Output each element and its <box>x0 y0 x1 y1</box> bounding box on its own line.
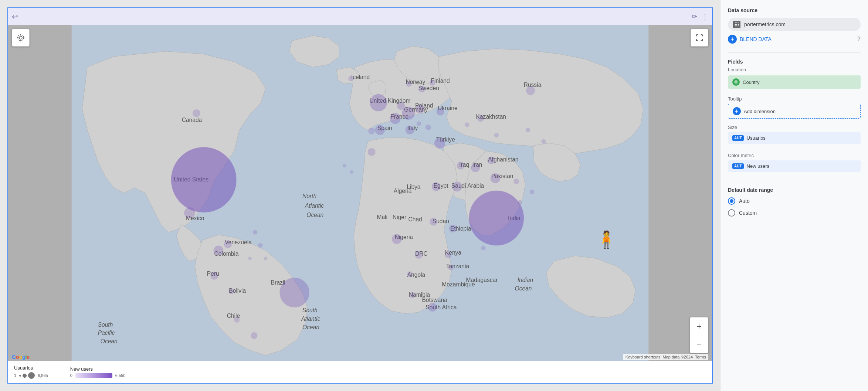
svg-point-125 <box>735 81 738 84</box>
new-users-legend-scale: 0 6,550 <box>70 373 126 378</box>
svg-point-86 <box>406 81 411 86</box>
country-field-label: Country <box>743 79 760 85</box>
svg-point-84 <box>526 86 535 95</box>
size-section: Size AUT Usuarios <box>728 125 861 144</box>
add-dimension-label: Add dimension <box>744 109 776 114</box>
svg-point-100 <box>488 157 495 164</box>
svg-point-60 <box>469 191 524 245</box>
map-fullscreen-button[interactable] <box>691 29 708 47</box>
svg-point-110 <box>465 123 469 127</box>
usuarios-dot-small <box>19 375 21 377</box>
terms-link[interactable]: Terms <box>695 355 706 359</box>
map-legend: Usuarios 1 6,865 New users 0 6,550 <box>8 361 712 383</box>
svg-point-99 <box>234 317 240 322</box>
data-source-row[interactable]: portermetrics.com <box>728 18 861 31</box>
svg-point-64 <box>390 113 400 123</box>
svg-point-71 <box>214 246 223 255</box>
custom-radio-option[interactable]: Custom <box>728 209 861 217</box>
svg-point-63 <box>402 107 415 119</box>
add-dimension-box[interactable]: + Add dimension <box>728 104 861 119</box>
svg-point-73 <box>224 241 232 248</box>
svg-point-90 <box>448 265 453 270</box>
usuarios-dot-medium <box>23 374 27 378</box>
svg-text:Ocean: Ocean <box>515 285 532 292</box>
svg-point-70 <box>184 208 195 218</box>
svg-text:Ocean: Ocean <box>302 324 319 330</box>
auto-radio-button[interactable] <box>728 197 735 205</box>
svg-point-77 <box>428 303 437 312</box>
svg-point-85 <box>419 86 425 92</box>
svg-point-97 <box>369 128 375 134</box>
svg-point-109 <box>417 122 421 126</box>
svg-point-93 <box>368 148 375 156</box>
undo-icon[interactable]: ↩ <box>12 12 18 21</box>
new-users-max: 6,550 <box>115 373 126 378</box>
size-field-chip[interactable]: AUT Usuarios <box>728 132 861 144</box>
globe-icon <box>732 78 740 86</box>
blend-data-plus-icon: + <box>728 35 737 44</box>
svg-point-82 <box>397 102 405 110</box>
map-svg-area: North Atlantic Ocean South Atlantic Ocea… <box>8 25 712 361</box>
svg-point-104 <box>264 257 267 260</box>
map-wrapper: ↩ ✏ ⋮ <box>7 7 713 384</box>
svg-point-108 <box>425 125 431 130</box>
svg-text:Ocean: Ocean <box>101 338 118 344</box>
color-metric-title: Color metric <box>728 153 861 158</box>
zoom-in-button[interactable]: + <box>690 317 708 335</box>
svg-text:Canada: Canada <box>182 117 202 123</box>
svg-point-101 <box>457 162 464 169</box>
fields-title: Fields <box>728 59 861 65</box>
keyboard-shortcuts-link[interactable]: Keyboard shortcuts <box>625 355 661 359</box>
color-metric-field-chip[interactable]: AUT New users <box>728 160 861 172</box>
new-users-min: 0 <box>70 373 72 378</box>
zoom-out-button[interactable]: − <box>690 335 708 353</box>
svg-text:North: North <box>302 193 316 199</box>
custom-radio-button[interactable] <box>728 209 735 217</box>
map-zoom-controls: + − <box>690 317 708 353</box>
country-field-chip[interactable]: Country <box>728 75 861 89</box>
help-icon[interactable]: ? <box>857 36 861 42</box>
data-source-icon <box>733 21 740 28</box>
more-options-icon[interactable]: ⋮ <box>702 13 708 21</box>
data-source-section: Data source portermetrics.com + BLEND DA… <box>728 7 861 44</box>
svg-text:Niger: Niger <box>393 214 406 220</box>
svg-text:Mali: Mali <box>377 214 387 220</box>
new-users-legend-title: New users <box>70 366 126 372</box>
map-locate-button[interactable] <box>12 29 30 47</box>
data-source-title: Data source <box>728 7 861 13</box>
google-logo: Google <box>12 354 30 360</box>
svg-point-78 <box>432 183 440 191</box>
svg-text:Pacific: Pacific <box>98 330 115 336</box>
svg-text:South: South <box>98 322 113 328</box>
auto-radio-option[interactable]: Auto <box>728 197 861 205</box>
svg-point-112 <box>526 128 530 132</box>
usuarios-legend: Usuarios 1 6,865 <box>14 365 48 379</box>
divider-1 <box>728 52 861 53</box>
svg-point-88 <box>349 76 354 81</box>
svg-point-67 <box>437 108 444 115</box>
svg-point-80 <box>491 174 500 183</box>
svg-point-94 <box>430 218 437 225</box>
svg-text:Atlantic: Atlantic <box>301 316 320 322</box>
custom-radio-label: Custom <box>739 210 757 216</box>
map-attribution: Keyboard shortcuts Map data ©2024 Terms <box>623 354 708 360</box>
blend-data-label: BLEND DATA <box>740 36 772 42</box>
svg-point-79 <box>452 182 462 191</box>
svg-point-66 <box>416 105 424 113</box>
location-subtitle: Location <box>728 67 861 72</box>
blend-data-row[interactable]: + BLEND DATA ? <box>728 35 861 44</box>
svg-point-105 <box>248 257 252 260</box>
right-panel: Data source portermetrics.com + BLEND DA… <box>720 0 868 391</box>
tooltip-title: Tooltip <box>728 96 861 102</box>
svg-point-103 <box>258 243 262 247</box>
svg-point-96 <box>478 115 484 122</box>
edit-icon[interactable]: ✏ <box>692 13 697 21</box>
svg-text:Indian: Indian <box>518 277 533 283</box>
svg-point-69 <box>193 109 200 117</box>
svg-point-61 <box>280 278 309 307</box>
svg-text:Atlantic: Atlantic <box>305 203 324 209</box>
svg-point-68 <box>434 138 445 148</box>
svg-point-98 <box>415 251 423 258</box>
svg-text:Libya: Libya <box>407 184 421 190</box>
usuarios-dot-large <box>28 372 35 379</box>
